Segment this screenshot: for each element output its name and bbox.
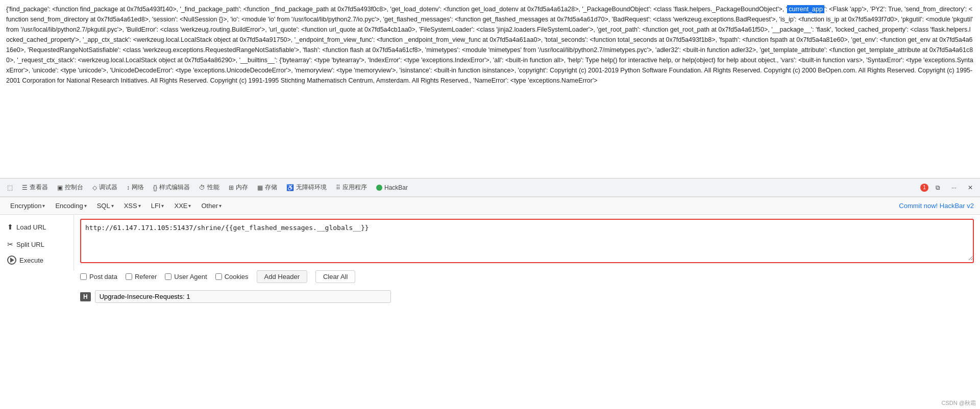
other-label: Other: [201, 202, 218, 210]
more-icon: ···: [951, 184, 957, 191]
style-editor-tool[interactable]: {} 样式编辑器: [149, 181, 194, 194]
menu-sql[interactable]: SQL ▾: [93, 200, 118, 211]
split-url-label: Split URL: [16, 241, 44, 248]
hackbar-tool[interactable]: HackBar: [372, 182, 412, 193]
xxe-chevron: ▾: [188, 203, 191, 209]
split-url-button[interactable]: ✂ Split URL: [0, 236, 74, 252]
user-agent-input[interactable]: [165, 273, 172, 280]
apps-label: 应用程序: [342, 183, 367, 192]
referer-label: Referer: [135, 273, 157, 280]
encoding-label: Encoding: [55, 202, 83, 210]
hackbar-left-buttons: ⬆ Load URL ✂ Split URL Execute: [0, 215, 74, 271]
url-input[interactable]: [81, 220, 973, 261]
hackbar-left-panel: ⬆ Load URL ✂ Split URL Execute: [0, 215, 74, 307]
inspect-icon: ⬚: [7, 184, 13, 191]
console-tool[interactable]: ▣ 控制台: [53, 181, 87, 194]
sql-chevron: ▾: [111, 203, 114, 209]
resize-icon: ⧉: [936, 184, 940, 191]
error-badge: 1: [920, 184, 928, 192]
hackbar-dot-icon: [376, 185, 382, 191]
memory-tool[interactable]: ⊞ 内存: [225, 181, 252, 194]
load-url-label: Load URL: [16, 223, 46, 231]
performance-tool[interactable]: ⏱ 性能: [195, 181, 224, 194]
menu-encoding[interactable]: Encoding ▾: [51, 200, 90, 211]
commit-label: Commit now! HackBar v2: [899, 202, 974, 210]
more-tool[interactable]: ···: [947, 182, 961, 193]
add-header-label: Add Header: [264, 273, 300, 280]
execute-button[interactable]: Execute: [0, 253, 74, 267]
style-label: 样式编辑器: [159, 183, 190, 192]
hackbar-right-panel: Post data Referer User Agent Cookies Add…: [74, 215, 980, 307]
network-tool[interactable]: ↕ 网络: [122, 181, 148, 194]
hackbar-label: HackBar: [384, 184, 408, 191]
cookies-checkbox[interactable]: Cookies: [215, 273, 249, 280]
right-tools: 1 ⧉ ··· ✕: [920, 182, 977, 193]
menu-lfi[interactable]: LFI ▾: [147, 200, 168, 211]
console-label: 控制台: [65, 183, 83, 192]
viewer-icon: ☰: [22, 184, 28, 191]
user-agent-checkbox[interactable]: User Agent: [165, 273, 207, 280]
post-data-checkbox[interactable]: Post data: [80, 273, 117, 280]
split-url-icon: ✂: [7, 240, 13, 248]
close-tool[interactable]: ✕: [964, 182, 977, 193]
menu-encryption[interactable]: Encryption ▾: [6, 200, 49, 211]
performance-icon: ⏱: [199, 184, 205, 191]
storage-tool[interactable]: ▦ 存储: [253, 181, 281, 194]
url-input-wrapper: [80, 219, 974, 263]
user-agent-label: User Agent: [174, 273, 207, 280]
lfi-label: LFI: [151, 202, 161, 210]
memory-label: 内存: [236, 183, 248, 192]
clear-all-button[interactable]: Clear All: [315, 270, 355, 283]
inspect-tool[interactable]: ⬚: [3, 182, 17, 193]
memory-icon: ⊞: [229, 184, 234, 191]
page-content: {'find_package': <function find_package …: [0, 0, 980, 178]
debugger-icon: ◇: [92, 184, 97, 191]
options-row: Post data Referer User Agent Cookies Add…: [80, 268, 974, 285]
add-header-button[interactable]: Add Header: [257, 270, 307, 283]
accessibility-tool[interactable]: ♿ 无障碍环境: [282, 181, 331, 194]
accessibility-icon: ♿: [286, 184, 294, 191]
menu-xxe[interactable]: XXE ▾: [170, 200, 195, 211]
cookies-label: Cookies: [225, 273, 249, 280]
referer-input[interactable]: [126, 273, 132, 280]
xss-label: XSS: [124, 202, 137, 210]
resize-tool[interactable]: ⧉: [932, 182, 944, 193]
menu-xss[interactable]: XSS ▾: [120, 200, 145, 211]
post-data-label: Post data: [89, 273, 117, 280]
header-value-input[interactable]: [95, 290, 391, 303]
encryption-chevron: ▾: [42, 203, 45, 209]
execute-label: Execute: [19, 257, 43, 264]
cookies-input[interactable]: [215, 273, 222, 280]
encoding-chevron: ▾: [84, 203, 87, 209]
debugger-label: 调试器: [99, 183, 117, 192]
performance-label: 性能: [207, 183, 219, 192]
load-url-button[interactable]: ⬆ Load URL: [0, 219, 74, 235]
storage-label: 存储: [265, 183, 277, 192]
hackbar-main: ⬆ Load URL ✂ Split URL Execute: [0, 215, 980, 307]
viewer-tool[interactable]: ☰ 查看器: [18, 181, 52, 194]
hackbar-panel: Encryption ▾ Encoding ▾ SQL ▾ XSS ▾ LFI …: [0, 197, 980, 307]
play-icon: [10, 258, 14, 263]
hackbar-menubar: Encryption ▾ Encoding ▾ SQL ▾ XSS ▾ LFI …: [0, 197, 980, 215]
network-icon: ↕: [127, 184, 130, 191]
lfi-chevron: ▾: [161, 203, 164, 209]
encryption-label: Encryption: [10, 202, 41, 210]
style-icon: {}: [153, 184, 157, 191]
highlighted-word: current_app: [787, 5, 824, 13]
accessibility-label: 无障碍环境: [296, 183, 327, 192]
xxe-label: XXE: [174, 202, 187, 210]
post-data-input[interactable]: [80, 273, 87, 280]
content-text: {'find_package': <function find_package …: [6, 5, 973, 84]
header-row: H: [80, 290, 974, 303]
menu-other[interactable]: Other ▾: [197, 200, 226, 211]
console-icon: ▣: [57, 184, 63, 191]
execute-icon: [7, 255, 16, 265]
apps-tool[interactable]: ⠿ 应用程序: [332, 181, 371, 194]
referer-checkbox[interactable]: Referer: [126, 273, 157, 280]
apps-icon: ⠿: [336, 184, 340, 191]
header-h-badge: H: [80, 292, 91, 301]
viewer-label: 查看器: [30, 183, 48, 192]
debugger-tool[interactable]: ◇ 调试器: [88, 181, 121, 194]
csdn-watermark: CSDN @秋霜: [942, 399, 976, 407]
xss-chevron: ▾: [138, 203, 141, 209]
